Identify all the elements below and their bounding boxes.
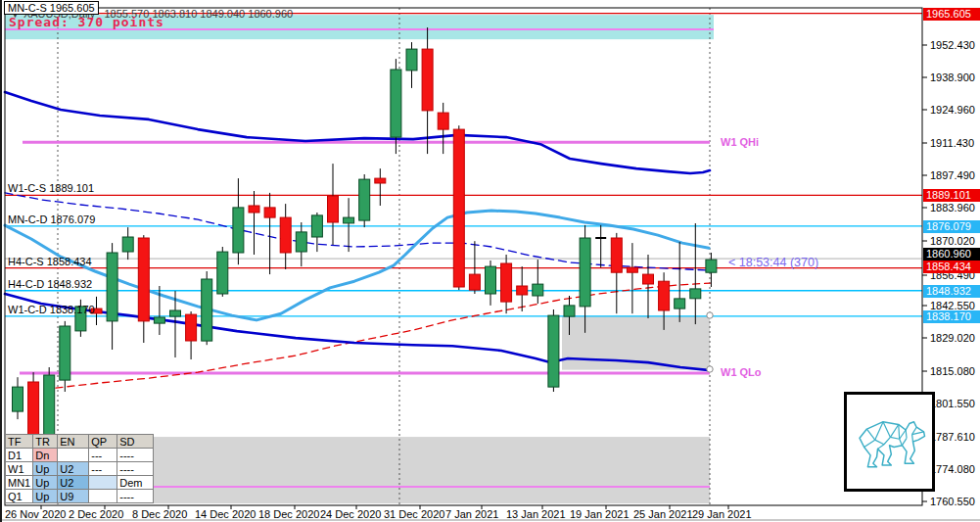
candle bbox=[328, 164, 339, 245]
candle bbox=[406, 42, 417, 88]
table-header-QP: QP bbox=[89, 435, 117, 449]
price-tick-label: 1829.020 bbox=[930, 332, 975, 344]
candle bbox=[548, 309, 559, 392]
table-header-EN: EN bbox=[58, 435, 89, 449]
mn-cs-object-label: MN-C-S 1965.605 bbox=[4, 1, 99, 15]
price-tick-label: 1787.610 bbox=[930, 431, 975, 443]
price-tick-label: 1911.430 bbox=[930, 137, 974, 149]
candle bbox=[611, 233, 622, 313]
table-header-TR: TR bbox=[33, 435, 58, 449]
candle bbox=[564, 296, 575, 335]
table-row: D1Dn------- bbox=[6, 449, 154, 462]
price-tick-label: 1815.080 bbox=[930, 365, 975, 377]
table-cell: Up bbox=[33, 490, 58, 503]
spread-comment: Spread: 370 points bbox=[9, 15, 164, 29]
candle bbox=[501, 255, 512, 313]
candle bbox=[375, 168, 386, 206]
candle bbox=[311, 213, 322, 252]
table-header-TF: TF bbox=[6, 435, 33, 449]
table-cell: ---- bbox=[117, 490, 154, 503]
candle bbox=[517, 266, 528, 311]
candle bbox=[533, 260, 543, 304]
table-cell: ---- bbox=[117, 462, 154, 476]
bear-logo-box bbox=[844, 392, 935, 492]
price-tick-label: 1801.550 bbox=[930, 398, 975, 409]
candle bbox=[359, 174, 370, 227]
candle bbox=[249, 191, 259, 255]
table-header-SD: SD bbox=[117, 435, 154, 449]
table-cell: MN1 bbox=[6, 476, 33, 490]
price-badge-1838.170: 1838.170 bbox=[923, 310, 980, 323]
price-tick-label: 1897.490 bbox=[930, 169, 975, 181]
table-cell: Up bbox=[33, 476, 58, 490]
table-row: Q1UpU9---- bbox=[6, 490, 154, 503]
table-cell bbox=[89, 476, 117, 490]
price-badge-1876.079: 1876.079 bbox=[923, 220, 980, 233]
price-tick-label: 1883.960 bbox=[930, 202, 975, 214]
table-cell: U2 bbox=[58, 476, 89, 490]
polygon-bear-icon bbox=[847, 395, 932, 489]
table-cell: Dem bbox=[117, 476, 154, 490]
candle bbox=[675, 242, 685, 322]
level-label: H4-C-S 1858.434 bbox=[8, 256, 92, 267]
level-label: H4-C-D 1848.932 bbox=[8, 278, 92, 290]
level-label: MN-C-D 1876.079 bbox=[8, 214, 95, 225]
candle bbox=[627, 243, 637, 313]
price-tick-label: 1938.900 bbox=[930, 71, 975, 83]
price-badge-1860.960: 1860.960 bbox=[923, 248, 980, 261]
table-cell: Dn bbox=[33, 449, 58, 462]
candle bbox=[107, 243, 117, 350]
table-cell: --- bbox=[89, 462, 117, 476]
table-cell: --- bbox=[89, 449, 117, 462]
price-tick-label: 1760.550 bbox=[930, 496, 975, 507]
candle bbox=[264, 193, 275, 274]
table-cell: W1 bbox=[6, 462, 33, 476]
price-badge-1965.605: 1965.605 bbox=[923, 8, 980, 21]
mt4-chart-window: TFTRENQPSDD1Dn-------W1UpU2-------MN1UpU… bbox=[0, 0, 980, 522]
candle bbox=[138, 235, 149, 343]
candle bbox=[344, 198, 354, 252]
window-bottom-edge bbox=[2, 519, 980, 521]
rectangle-drag-handle[interactable] bbox=[707, 312, 713, 318]
table-row: W1UpU2------- bbox=[6, 462, 154, 476]
candle bbox=[659, 272, 670, 330]
candle bbox=[60, 321, 70, 392]
candle bbox=[202, 271, 212, 345]
candle bbox=[13, 377, 23, 419]
price-tick-label: 1774.080 bbox=[930, 463, 975, 475]
candle bbox=[233, 178, 244, 264]
price-badge-1858.434: 1858.434 bbox=[923, 261, 980, 273]
table-cell: Q1 bbox=[6, 490, 33, 503]
candle bbox=[217, 247, 228, 297]
price-tick-label: 1924.960 bbox=[930, 104, 975, 116]
table-cell: Up bbox=[33, 462, 58, 476]
table-cell: U2 bbox=[58, 462, 89, 476]
table-cell: D1 bbox=[6, 449, 33, 462]
candle bbox=[486, 261, 496, 306]
rectangle-drag-handle[interactable] bbox=[707, 366, 713, 372]
candle bbox=[595, 225, 606, 267]
level-label: W1-C-S 1889.101 bbox=[8, 182, 94, 194]
candle bbox=[280, 204, 291, 269]
ma-slow-upper bbox=[5, 92, 710, 173]
w1-qhi-label: W1 QHi bbox=[721, 136, 759, 148]
candle bbox=[706, 253, 717, 287]
candle bbox=[438, 103, 448, 154]
table-cell: U9 bbox=[58, 490, 89, 503]
table-cell bbox=[58, 449, 89, 462]
candle bbox=[186, 311, 197, 359]
w1-qlo-label: W1 QLo bbox=[721, 366, 762, 378]
price-tick-label: 1952.430 bbox=[930, 39, 975, 51]
timeframe-trend-table: TFTRENQPSDD1Dn-------W1UpU2-------MN1UpU… bbox=[5, 434, 154, 503]
table-cell bbox=[89, 490, 117, 503]
candle bbox=[422, 27, 433, 154]
countdown-annotation: < 18:53:44 (370) bbox=[728, 256, 818, 269]
table-row: MN1UpU2Dem bbox=[6, 476, 154, 490]
price-badge-1889.101: 1889.101 bbox=[923, 189, 980, 202]
candle bbox=[643, 255, 654, 318]
price-tick-label: 1870.020 bbox=[930, 235, 975, 247]
candle bbox=[690, 223, 701, 324]
level-label: W1-C-D 1838.170 bbox=[8, 304, 95, 315]
candle bbox=[122, 227, 133, 260]
table-cell: ---- bbox=[117, 449, 154, 462]
